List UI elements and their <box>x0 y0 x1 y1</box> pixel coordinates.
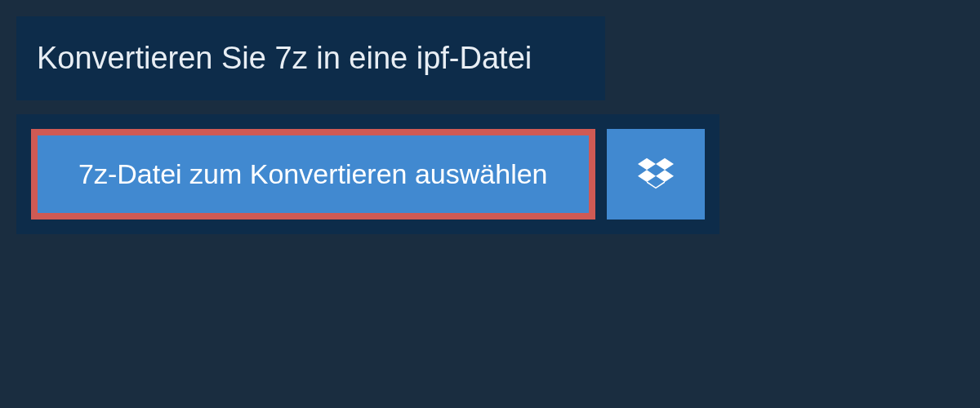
title-bar: Konvertieren Sie 7z in eine ipf-Datei <box>16 16 605 100</box>
select-file-label: 7z-Datei zum Konvertieren auswählen <box>78 158 548 190</box>
select-file-button[interactable]: 7z-Datei zum Konvertieren auswählen <box>31 129 595 220</box>
converter-panel: Konvertieren Sie 7z in eine ipf-Datei 7z… <box>0 0 980 408</box>
dropbox-icon <box>638 155 674 193</box>
page-title: Konvertieren Sie 7z in eine ipf-Datei <box>37 41 532 76</box>
dropbox-button[interactable] <box>607 129 705 220</box>
button-panel: 7z-Datei zum Konvertieren auswählen <box>16 114 719 234</box>
